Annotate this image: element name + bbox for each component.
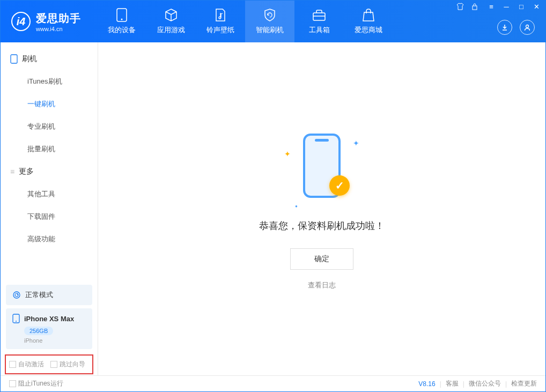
version-label: V8.16 bbox=[418, 380, 435, 388]
tab-toolbox[interactable]: 工具箱 bbox=[294, 1, 344, 42]
header: i4 爱思助手 www.i4.cn 我的设备 应用游戏 bbox=[1, 1, 545, 42]
sidebar-group-flash: 刷机 bbox=[1, 48, 98, 70]
body: 刷机 iTunes刷机 一键刷机 专业刷机 批量刷机 ≡ 更多 其他工具 下载固… bbox=[1, 42, 545, 375]
checkbox-label: 自动激活 bbox=[18, 360, 44, 369]
checkbox-icon bbox=[9, 380, 16, 387]
sparkle-icon: ● bbox=[295, 204, 298, 209]
sidebar-item-batch-flash[interactable]: 批量刷机 bbox=[1, 138, 98, 160]
sidebar-item-pro-flash[interactable]: 专业刷机 bbox=[1, 115, 98, 138]
svg-point-5 bbox=[526, 25, 529, 28]
tab-label: 爱思商城 bbox=[355, 25, 382, 35]
maximize-icon[interactable]: □ bbox=[517, 3, 526, 11]
checkbox-icon bbox=[9, 361, 16, 368]
sidebar-footer: 正常模式 iPhone XS Max 256GB iPhone 自动激活 bbox=[1, 282, 98, 375]
logo-text: 爱思助手 www.i4.cn bbox=[36, 11, 81, 32]
menu-icon[interactable]: ≡ bbox=[486, 3, 496, 11]
checkbox-label: 跳过向导 bbox=[60, 360, 85, 369]
wechat-link[interactable]: 微信公众号 bbox=[469, 379, 501, 388]
window-controls: ≡ ─ □ ✕ bbox=[456, 3, 541, 11]
auto-activate-checkbox[interactable]: 自动激活 bbox=[9, 360, 44, 369]
sidebar-item-download-firmware[interactable]: 下载固件 bbox=[1, 205, 98, 228]
sidebar-item-oneclick-flash[interactable]: 一键刷机 bbox=[1, 93, 98, 115]
main-content: ✦ ✦ ● ✓ 恭喜您，保资料刷机成功啦！ 确定 查看日志 bbox=[98, 42, 545, 375]
view-log-link[interactable]: 查看日志 bbox=[308, 280, 336, 290]
device-name-row: iPhone XS Max bbox=[12, 314, 86, 323]
status-bar-right: V8.16 | 客服 | 微信公众号 | 检查更新 bbox=[418, 379, 537, 388]
tab-apps-games[interactable]: 应用游戏 bbox=[146, 1, 196, 42]
svg-point-7 bbox=[13, 292, 20, 298]
sidebar: 刷机 iTunes刷机 一键刷机 专业刷机 批量刷机 ≡ 更多 其他工具 下载固… bbox=[1, 42, 98, 375]
tab-my-device[interactable]: 我的设备 bbox=[97, 1, 146, 42]
sparkle-icon: ✦ bbox=[284, 150, 291, 158]
app-logo-icon: i4 bbox=[11, 12, 31, 31]
tab-store[interactable]: 爱思商城 bbox=[344, 1, 393, 42]
device-info-box[interactable]: iPhone XS Max 256GB iPhone bbox=[6, 308, 92, 349]
device-type-text: iPhone bbox=[24, 337, 86, 344]
svg-rect-6 bbox=[11, 55, 17, 63]
sidebar-item-itunes-flash[interactable]: iTunes刷机 bbox=[1, 70, 98, 93]
device-name-text: iPhone XS Max bbox=[24, 315, 74, 323]
tab-label: 工具箱 bbox=[309, 25, 330, 35]
separator: | bbox=[505, 380, 507, 388]
mode-label: 正常模式 bbox=[25, 290, 53, 300]
sidebar-group-more: ≡ 更多 bbox=[1, 160, 98, 183]
storage-badge: 256GB bbox=[24, 327, 53, 335]
tshirt-icon[interactable] bbox=[456, 3, 466, 11]
mode-status-box[interactable]: 正常模式 bbox=[6, 285, 92, 305]
success-illustration: ✦ ✦ ● ✓ bbox=[284, 128, 359, 209]
close-icon[interactable]: ✕ bbox=[532, 3, 541, 11]
success-message: 恭喜您，保资料刷机成功啦！ bbox=[259, 219, 385, 232]
device-icon bbox=[115, 8, 129, 22]
tab-ringtone-wallpaper[interactable]: 铃声壁纸 bbox=[196, 1, 245, 42]
header-action-icons bbox=[497, 20, 535, 35]
logo-area: i4 爱思助手 www.i4.cn bbox=[1, 1, 97, 42]
device-small-icon bbox=[10, 54, 18, 64]
toolbox-icon bbox=[312, 8, 326, 22]
sparkle-icon: ✦ bbox=[353, 139, 359, 147]
sync-icon bbox=[12, 291, 21, 299]
tab-label: 我的设备 bbox=[108, 25, 136, 35]
shopping-bag-icon bbox=[361, 8, 375, 22]
svg-rect-4 bbox=[473, 6, 477, 10]
block-itunes-checkbox[interactable]: 阻止iTunes运行 bbox=[9, 379, 63, 388]
download-button[interactable] bbox=[497, 20, 512, 35]
check-badge-icon: ✓ bbox=[329, 175, 350, 196]
user-account-button[interactable] bbox=[520, 20, 535, 35]
svg-point-1 bbox=[121, 19, 123, 20]
checkbox-label: 阻止iTunes运行 bbox=[18, 379, 63, 388]
app-title: 爱思助手 bbox=[36, 11, 81, 26]
highlighted-checkbox-row: 自动激活 跳过向导 bbox=[5, 354, 93, 374]
checkbox-icon bbox=[50, 361, 57, 368]
minimize-icon[interactable]: ─ bbox=[501, 3, 511, 11]
status-bar: 阻止iTunes运行 V8.16 | 客服 | 微信公众号 | 检查更新 bbox=[1, 375, 545, 391]
list-icon: ≡ bbox=[10, 167, 14, 176]
tab-smart-flash[interactable]: 智能刷机 bbox=[245, 1, 294, 42]
music-file-icon bbox=[213, 8, 227, 22]
group-title: 刷机 bbox=[22, 54, 37, 64]
tab-label: 应用游戏 bbox=[157, 25, 185, 35]
separator: | bbox=[463, 380, 464, 388]
sidebar-nav: 刷机 iTunes刷机 一键刷机 专业刷机 批量刷机 ≡ 更多 其他工具 下载固… bbox=[1, 42, 98, 282]
status-bar-left: 阻止iTunes运行 bbox=[9, 379, 63, 388]
separator: | bbox=[440, 380, 441, 388]
group-title: 更多 bbox=[19, 167, 34, 176]
customer-service-link[interactable]: 客服 bbox=[446, 379, 459, 388]
sidebar-item-advanced[interactable]: 高级功能 bbox=[1, 228, 98, 250]
confirm-button[interactable]: 确定 bbox=[290, 248, 353, 270]
phone-icon bbox=[12, 314, 20, 323]
svg-point-9 bbox=[16, 321, 17, 322]
lock-icon[interactable] bbox=[471, 3, 481, 11]
check-update-link[interactable]: 检查更新 bbox=[511, 379, 537, 388]
sidebar-item-other-tools[interactable]: 其他工具 bbox=[1, 183, 98, 205]
shield-refresh-icon bbox=[263, 8, 277, 22]
tab-label: 智能刷机 bbox=[256, 25, 284, 35]
tab-label: 铃声壁纸 bbox=[206, 25, 234, 35]
skip-wizard-checkbox[interactable]: 跳过向导 bbox=[50, 360, 85, 369]
app-url: www.i4.cn bbox=[36, 26, 81, 32]
cube-icon bbox=[164, 8, 178, 22]
svg-rect-2 bbox=[313, 13, 325, 20]
app-window: i4 爱思助手 www.i4.cn 我的设备 应用游戏 bbox=[0, 0, 546, 392]
